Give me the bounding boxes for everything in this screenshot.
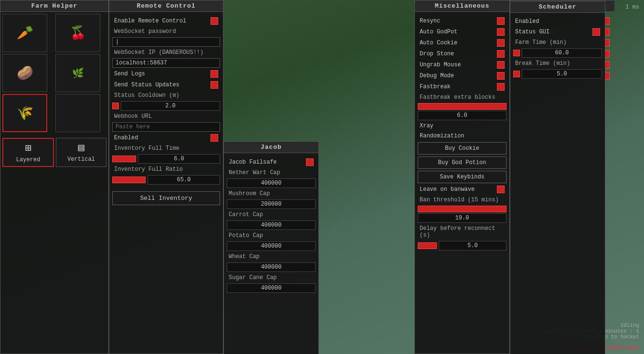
debug-mode-row: Debug Mode <box>418 71 507 81</box>
farm-helper-panel: Farm Helper 🥕 🍒 🥔 🌿 🌾 ⊞ Layered ▤ Vertic… <box>0 0 109 354</box>
fastbreak-label: Fastbreak <box>420 83 451 90</box>
ungrab-mouse-label: Ungrab Mouse <box>420 62 461 68</box>
carrot-cap-label: Carrot Cap <box>227 210 316 219</box>
send-status-row: Send Status Updates <box>112 80 220 90</box>
inv-full-time-label: Inventory Full Time <box>112 144 220 153</box>
delay-reconnect-slider[interactable] <box>418 242 437 249</box>
crop-potato[interactable]: 🥔 <box>2 54 47 92</box>
break-time-value: 5.0 <box>522 69 602 79</box>
jacob-panel: Jacob Jacob Failsafe Nether Wart Cap 400… <box>223 141 319 354</box>
sugar-cane-cap-value: 400000 <box>227 283 316 293</box>
drop-stone-toggle[interactable] <box>497 50 505 58</box>
auto-godpot-toggle[interactable] <box>497 28 505 36</box>
break-time-slider[interactable] <box>513 71 520 77</box>
webhook-url-label: Webhook URL <box>112 112 220 121</box>
ungrab-mouse-row: Ungrab Mouse <box>418 60 507 70</box>
break-time-label: Break Time (min) <box>513 59 602 68</box>
buy-god-potion-button[interactable]: Buy God Potion <box>418 156 507 169</box>
remote-control-title: Remote Control <box>109 0 223 12</box>
crop-wheat[interactable]: 🌾 <box>2 94 47 132</box>
jacob-title: Jacob <box>224 142 318 153</box>
auto-cookie-label: Auto Cookie <box>420 40 457 46</box>
farm-time-value: 60.0 <box>522 48 602 58</box>
randomization-row: Randomization <box>418 131 507 141</box>
debug-mode-label: Debug Mode <box>420 73 454 79</box>
farm-time-row: 60.0 <box>513 47 602 59</box>
misc-title: Miscellaneous <box>415 0 509 12</box>
debug-mode-toggle[interactable] <box>497 72 505 80</box>
scheduler-enabled-row: Enabled <box>513 17 602 26</box>
ban-threshold-slider[interactable] <box>418 206 507 212</box>
send-logs-row: Send Logs <box>112 69 220 79</box>
mode-layered[interactable]: ⊞ Layered <box>2 138 54 167</box>
inv-full-ratio-slider[interactable] <box>112 177 146 183</box>
wheat-cap-label: Wheat Cap <box>227 252 316 261</box>
inv-full-time-slider[interactable] <box>112 156 136 162</box>
crop-carrot[interactable]: 🥕 <box>2 14 47 52</box>
ws-ip-label: WebSocket IP (DANGEROUS!!) <box>112 48 220 57</box>
potato-cap-label: Potato Cap <box>227 231 316 240</box>
auto-cookie-toggle[interactable] <box>497 39 505 47</box>
jacob-content: Jacob Failsafe Nether Wart Cap 400000 Mu… <box>224 153 318 354</box>
enabled-label: Enabled <box>114 135 138 141</box>
ban-threshold-label: Ban threshold (15 mins) <box>418 195 507 205</box>
nether-wart-cap-value: 400000 <box>227 178 316 188</box>
ungrab-mouse-toggle[interactable] <box>497 61 505 69</box>
ws-ip-input[interactable] <box>112 58 220 68</box>
status-gui-toggle[interactable] <box>592 28 600 36</box>
misc-panel: Miscellaneous Resync Auto GodPot Auto Co… <box>414 0 510 354</box>
remote-control-panel: Remote Control Enable Remote Control Web… <box>109 0 223 354</box>
sell-inventory-button[interactable]: Sell Inventory <box>112 191 220 205</box>
farm-time-slider[interactable] <box>513 50 520 56</box>
send-logs-toggle[interactable] <box>211 70 218 78</box>
jacob-failsafe-row: Jacob Failsafe <box>227 157 316 167</box>
layered-label: Layered <box>16 156 40 163</box>
game-view-top <box>223 0 414 141</box>
send-status-toggle[interactable] <box>211 81 218 89</box>
auto-godpot-row: Auto GodPot <box>418 27 507 37</box>
buy-cookie-button[interactable]: Buy Cookie <box>418 142 507 155</box>
fastbreak-toggle[interactable] <box>497 83 505 91</box>
scheduler-title: Scheduler <box>510 1 605 13</box>
status-cooldown-row: 2.0 <box>112 100 220 112</box>
scheduler-enabled-label: Enabled <box>515 18 539 25</box>
jacob-failsafe-label: Jacob Failsafe <box>229 159 277 166</box>
webhook-url-input[interactable] <box>112 122 220 132</box>
crop-berry[interactable]: 🍒 <box>55 14 100 52</box>
misc-content: Resync Auto GodPot Auto Cookie Drop Ston… <box>415 12 509 354</box>
nether-wart-cap-label: Nether Wart Cap <box>227 168 316 177</box>
fastbreak-extra-slider[interactable] <box>418 103 507 110</box>
leave-banwave-row: Leave on banwave <box>418 184 507 195</box>
crop-herb[interactable]: 🌿 <box>55 54 100 92</box>
jacob-failsafe-toggle[interactable] <box>306 158 314 166</box>
vertical-label: Vertical <box>67 156 95 163</box>
inv-full-time-row: 6.0 <box>112 153 220 165</box>
enable-remote-toggle[interactable] <box>211 17 218 25</box>
drop-stone-label: Drop Stone <box>420 51 454 57</box>
ui-layer: Farm Helper 🥕 🍒 🥔 🌿 🌾 ⊞ Layered ▤ Vertic… <box>0 0 644 354</box>
leave-banwave-toggle[interactable] <box>497 186 505 193</box>
resync-toggle[interactable] <box>497 17 505 25</box>
crop-empty <box>55 94 100 132</box>
enabled-row: Enabled <box>112 133 220 143</box>
fastbreak-extra-label: Fastbreak extra blocks <box>418 93 507 102</box>
fastbreak-extra-value: 6.0 <box>418 111 507 120</box>
ws-password-input[interactable] <box>112 37 220 47</box>
delay-reconnect-value: 5.0 <box>439 241 507 250</box>
mode-vertical[interactable]: ▤ Vertical <box>56 138 106 167</box>
ws-password-label: WebSocket password <box>112 27 220 36</box>
status-cooldown-label: Status Cooldown (m) <box>112 91 220 100</box>
break-time-row: 5.0 <box>513 68 602 80</box>
status-gui-label: Status GUI <box>515 29 549 35</box>
enable-remote-row: Enable Remote Control <box>112 16 220 26</box>
farm-time-label: Farm Time (min) <box>513 38 602 47</box>
send-status-label: Send Status Updates <box>114 82 179 88</box>
status-cooldown-value: 2.0 <box>121 101 220 111</box>
wheat-cap-value: 400000 <box>227 262 316 272</box>
enable-remote-label: Enable Remote Control <box>114 18 186 24</box>
enabled-toggle[interactable] <box>211 134 218 142</box>
leave-banwave-label: Leave on banwave <box>420 186 475 193</box>
inv-full-ratio-value: 65.0 <box>148 175 220 185</box>
save-keybinds-button[interactable]: Save Keybinds <box>418 171 507 183</box>
status-cooldown-slider[interactable] <box>112 103 119 109</box>
